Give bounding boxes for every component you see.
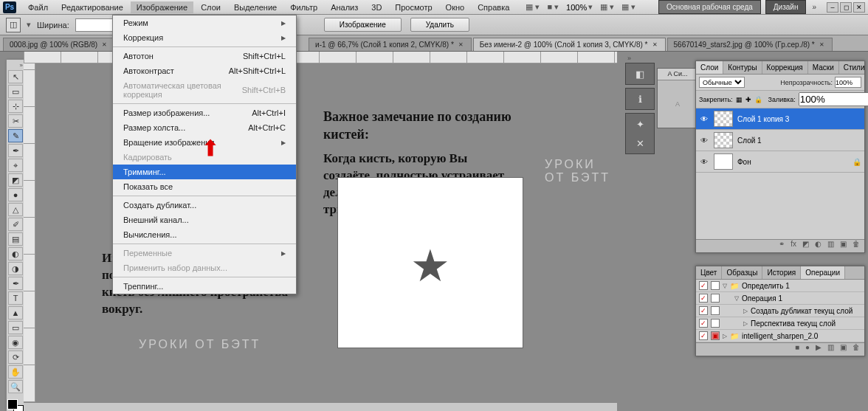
window-min-icon[interactable]: – bbox=[827, 2, 838, 13]
folder-icon[interactable]: ▥ bbox=[827, 240, 834, 252]
tab-close-icon[interactable]: ✕ bbox=[819, 41, 824, 48]
menu-autotone[interactable]: АвтотонShift+Ctrl+L bbox=[113, 49, 296, 63]
mask-icon[interactable]: ◩ bbox=[802, 240, 809, 252]
zoom-value[interactable]: 100% bbox=[566, 3, 587, 12]
tab-paths[interactable]: Контуры bbox=[723, 61, 762, 74]
lasso-tool-icon[interactable]: ⊹ bbox=[8, 100, 23, 113]
dodge-tool-icon[interactable]: ◑ bbox=[8, 262, 23, 275]
3d-rot-tool-icon[interactable]: ⟳ bbox=[8, 350, 23, 364]
workspace-more-icon[interactable]: » bbox=[812, 3, 816, 11]
eye-icon[interactable]: 👁 bbox=[699, 137, 709, 145]
shape-tool-icon[interactable]: ▭ bbox=[8, 321, 23, 334]
crop-tool-icon[interactable]: ✎ bbox=[8, 129, 23, 142]
menu-help[interactable]: Справка bbox=[472, 1, 515, 13]
dock-info-icon[interactable]: ℹ bbox=[632, 91, 648, 106]
menu-image-size[interactable]: Размер изображения...Alt+Ctrl+I bbox=[113, 106, 296, 120]
menu-revealall[interactable]: Показать все bbox=[113, 179, 296, 194]
tab-actions[interactable]: Операции bbox=[801, 266, 845, 279]
link-icon[interactable]: ⚭ bbox=[779, 240, 785, 252]
new-layer-icon[interactable]: ▣ bbox=[840, 240, 847, 252]
tab-close-icon[interactable]: ✕ bbox=[458, 41, 464, 48]
lock-pixels-icon[interactable]: ▦ bbox=[736, 96, 743, 103]
menu-image[interactable]: Изображение bbox=[131, 1, 193, 13]
symbol-tab[interactable]: Си... bbox=[674, 70, 688, 77]
action-row[interactable]: ✓▷ Перспектива текущ слой bbox=[696, 317, 864, 330]
history-brush-icon[interactable]: △ bbox=[8, 203, 23, 216]
fx-icon[interactable]: fx bbox=[790, 240, 796, 252]
stamp-tool-icon[interactable]: ● bbox=[8, 188, 23, 201]
blur-tool-icon[interactable]: ◐ bbox=[8, 247, 23, 260]
fill-input[interactable] bbox=[799, 92, 868, 106]
tab-styles[interactable]: Стили bbox=[839, 61, 868, 74]
menu-apply-dataset[interactable]: Применить набор данных... bbox=[113, 260, 296, 275]
check-icon[interactable]: ✓ bbox=[699, 294, 708, 303]
doc-tab[interactable]: Без имени-2 @ 100% (Слой 1 копия 3, CMYK… bbox=[473, 38, 666, 51]
tab-layers[interactable]: Слои bbox=[696, 61, 723, 74]
brush-tool-icon[interactable]: ◩ bbox=[8, 173, 23, 187]
menu-duplicate[interactable]: Создать дубликат... bbox=[113, 198, 296, 213]
menu-select[interactable]: Выделение bbox=[228, 1, 283, 13]
gradient-tool-icon[interactable]: ▤ bbox=[8, 232, 23, 246]
heal-tool-icon[interactable]: ⌖ bbox=[8, 159, 23, 172]
check-icon[interactable]: ✓ bbox=[699, 331, 708, 340]
doc-tab[interactable]: 0008.jpg @ 100% (RGB/8)✕ bbox=[3, 38, 115, 51]
menu-analysis[interactable]: Анализ bbox=[325, 1, 364, 13]
new-action-icon[interactable]: ▣ bbox=[840, 343, 847, 356]
menu-trim[interactable]: Тримминг... bbox=[113, 165, 296, 179]
crop-tool-icon[interactable]: ◫ bbox=[6, 18, 21, 32]
adjust-icon[interactable]: ◐ bbox=[815, 240, 822, 252]
new-set-icon[interactable]: ▥ bbox=[827, 343, 834, 356]
action-row[interactable]: ✓▷ Создать дубликат текущ слой bbox=[696, 305, 864, 317]
action-row[interactable]: ✓▣▷📁 intelligent_sharpen_2.0 bbox=[696, 330, 864, 342]
lock-pos-icon[interactable]: ✚ bbox=[745, 96, 751, 103]
character-panel[interactable]: A Си... A bbox=[657, 68, 698, 128]
marquee-tool-icon[interactable]: ▭ bbox=[8, 85, 23, 98]
action-row[interactable]: ✓▽📁 Определить 1 bbox=[696, 280, 864, 292]
layer-row[interactable]: 👁Слой 1 копия 3 bbox=[696, 108, 864, 130]
dock-navigator-icon[interactable]: ◧ bbox=[632, 66, 648, 81]
menu-autocolor[interactable]: Автоматическая цветовая коррекцияShift+C… bbox=[113, 78, 296, 102]
menu-correction[interactable]: Коррекция▶ bbox=[113, 30, 296, 45]
image-button[interactable]: Изображение bbox=[324, 18, 402, 32]
pen-tool-icon[interactable]: ✒ bbox=[8, 277, 23, 290]
scrollbar-h[interactable] bbox=[24, 402, 617, 411]
doc-tab[interactable]: и-1 @ 66,7% (Слой 1 копия 2, CMYK/8) *✕ bbox=[309, 38, 472, 51]
check-icon[interactable]: ✓ bbox=[699, 281, 708, 290]
check-icon[interactable]: ✓ bbox=[699, 319, 708, 328]
play-icon[interactable]: ▶ bbox=[816, 343, 822, 356]
menu-mode[interactable]: Режим▶ bbox=[113, 15, 296, 30]
menu-canvas-size[interactable]: Размер холста...Alt+Ctrl+C bbox=[113, 120, 296, 135]
trash-icon[interactable]: 🗑 bbox=[852, 240, 860, 252]
tab-close-icon[interactable]: ✕ bbox=[652, 41, 658, 48]
record-icon[interactable]: ● bbox=[805, 343, 810, 356]
eye-icon[interactable]: 👁 bbox=[699, 115, 709, 123]
eye-icon[interactable]: 👁 bbox=[699, 158, 709, 166]
layer-row[interactable]: 👁Слой 1 bbox=[696, 130, 864, 151]
layer-row[interactable]: 👁Фон🔒 bbox=[696, 151, 864, 173]
window-max-icon[interactable]: ◻ bbox=[840, 2, 852, 13]
menu-view[interactable]: Просмотр bbox=[389, 1, 438, 13]
menu-file[interactable]: Файл bbox=[22, 1, 54, 13]
tab-color[interactable]: Цвет bbox=[696, 266, 722, 279]
stop-icon[interactable]: ■ bbox=[795, 343, 799, 356]
move-tool-icon[interactable]: ↖ bbox=[8, 70, 23, 83]
tab-adjust[interactable]: Коррекция bbox=[762, 61, 808, 74]
type-tool-icon[interactable]: T bbox=[8, 291, 23, 305]
wand-tool-icon[interactable]: ✂ bbox=[8, 114, 23, 128]
blend-mode-select[interactable]: Обычные bbox=[699, 77, 745, 88]
doc-tab[interactable]: 56670149_stars2.jpg @ 100% (Гр.сер./8) *… bbox=[667, 38, 833, 51]
opacity-input[interactable] bbox=[835, 77, 861, 88]
menu-window[interactable]: Окно bbox=[440, 1, 471, 13]
lock-all-icon[interactable]: 🔒 bbox=[754, 96, 762, 103]
menu-apply-image[interactable]: Внешний канал... bbox=[113, 213, 296, 227]
menu-variables[interactable]: Переменные▶ bbox=[113, 246, 296, 260]
tab-masks[interactable]: Маски bbox=[808, 61, 839, 74]
trash-icon[interactable]: 🗑 bbox=[852, 343, 860, 356]
3d-tool-icon[interactable]: ◉ bbox=[8, 336, 23, 349]
delete-button[interactable]: Удалить bbox=[410, 18, 469, 32]
color-swatches[interactable] bbox=[7, 399, 24, 411]
menu-calculations[interactable]: Вычисления... bbox=[113, 227, 296, 242]
dock-tools-icon[interactable]: ✕ bbox=[632, 136, 648, 151]
char-tab[interactable]: A bbox=[667, 70, 672, 77]
menu-3d[interactable]: 3D bbox=[365, 1, 388, 13]
